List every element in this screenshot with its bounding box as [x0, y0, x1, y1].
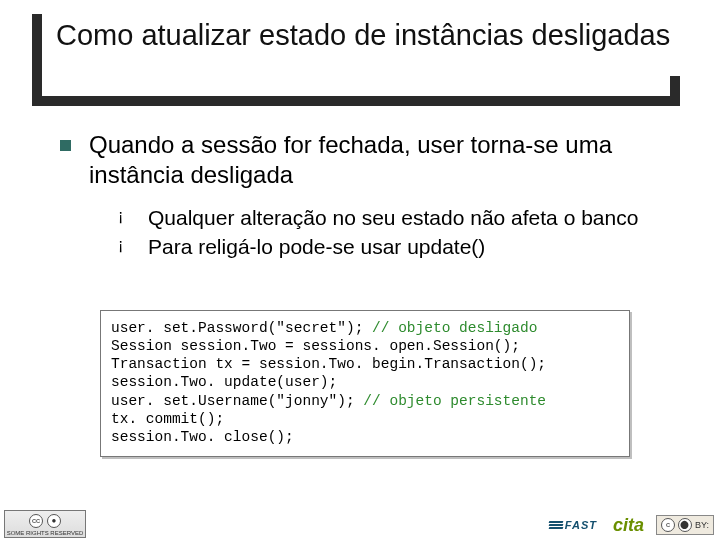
cc-circle-icon: ●: [47, 514, 61, 528]
code-box: user. set.Password("secret"); // objeto …: [100, 310, 630, 457]
slide-title: Como atualizar estado de instâncias desl…: [32, 14, 680, 63]
footer: cc ● SOME RIGHTS RESERVED FAST cita c ⬤ …: [0, 504, 720, 540]
title-area: Como atualizar estado de instâncias desl…: [32, 14, 680, 63]
bullet-level2: ¡ Qualquer alteração no seu estado não a…: [118, 204, 680, 231]
by-license-badge: c ⬤ BY:: [656, 515, 714, 535]
bullet-level2-text: Para religá-lo pode-se usar update(): [148, 233, 485, 260]
circle-bullet-icon: ¡: [118, 235, 138, 256]
cc-small-icon: c: [661, 518, 675, 532]
body-content: Quando a sessão for fechada, user torna-…: [60, 130, 680, 263]
cita-logo: cita: [609, 514, 648, 536]
bullet-level1: Quando a sessão for fechada, user torna-…: [60, 130, 680, 190]
cc-license-badge: cc ● SOME RIGHTS RESERVED: [4, 510, 86, 538]
square-bullet-icon: [60, 140, 71, 151]
fast-stripes-icon: [549, 520, 563, 530]
bullet-level2: ¡ Para religá-lo pode-se usar update(): [118, 233, 680, 260]
circle-bullet-icon: ¡: [118, 206, 138, 227]
code-content: user. set.Password("secret"); // objeto …: [111, 319, 619, 446]
cc-circle-icon: cc: [29, 514, 43, 528]
footer-logos: FAST cita c ⬤ BY:: [545, 514, 714, 536]
cc-text: SOME RIGHTS RESERVED: [7, 530, 84, 536]
person-small-icon: ⬤: [678, 518, 692, 532]
fast-logo: FAST: [545, 514, 601, 536]
bullet-level2-group: ¡ Qualquer alteração no seu estado não a…: [118, 204, 680, 261]
bullet-level1-text: Quando a sessão for fechada, user torna-…: [89, 130, 680, 190]
bullet-level2-text: Qualquer alteração no seu estado não afe…: [148, 204, 638, 231]
slide: Como atualizar estado de instâncias desl…: [0, 0, 720, 540]
